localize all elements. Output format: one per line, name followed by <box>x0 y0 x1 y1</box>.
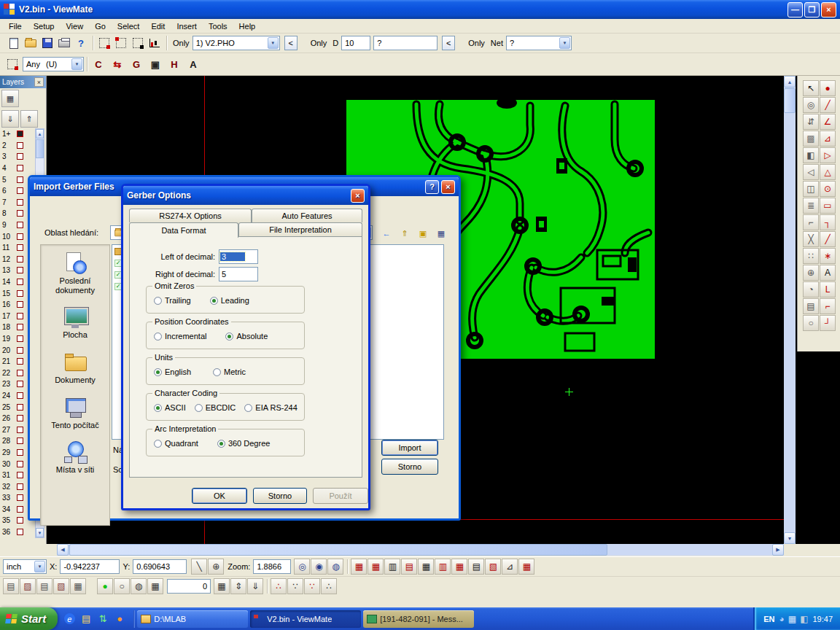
canvas-viewport[interactable]: Layers × ▦ ⇓ ⇑ 1+23456789101112131415161… <box>0 76 840 544</box>
layer-row-4[interactable]: 4 <box>0 163 35 174</box>
tool-target-button[interactable]: ⊕ <box>803 265 819 281</box>
canvas-hscrollbar[interactable]: ◀ ▶ <box>57 544 784 556</box>
layer-file-combo[interactable]: 1) V2.PHO <box>192 36 280 50</box>
radio-option-leading[interactable]: Leading <box>210 296 249 305</box>
apply-button[interactable]: Použít <box>313 488 368 504</box>
vscroll-thumb[interactable] <box>784 88 796 113</box>
layer-color-swatch[interactable] <box>17 267 23 273</box>
layer-color-swatch[interactable] <box>17 483 23 490</box>
tool-half-split-button[interactable]: ◫ <box>803 181 819 197</box>
tool-circle-o-button[interactable]: ○ <box>803 315 819 331</box>
place-posledn-dokumenty[interactable]: Poslední dokumenty <box>42 252 108 295</box>
radio-option-ascii[interactable]: ASCII <box>154 403 186 412</box>
layer-row-1[interactable]: 1+ <box>0 128 35 140</box>
layer-color-swatch[interactable] <box>17 438 23 444</box>
sync-quicklaunch[interactable]: ⇅ <box>96 611 110 627</box>
new-folder-button[interactable]: ▣ <box>415 225 431 241</box>
grid-red-2-button[interactable]: ▦ <box>368 559 384 575</box>
tool-corner-neg-button[interactable]: ⌐ <box>803 214 819 230</box>
radio-absolute-control[interactable] <box>225 332 233 341</box>
toolbar2-swap-button[interactable]: ⇆ <box>109 56 125 72</box>
layer-row-36[interactable]: 36 <box>0 526 35 538</box>
layer-color-swatch[interactable] <box>17 370 23 376</box>
radio-360-degree-control[interactable] <box>217 440 225 448</box>
place-tento-po-ta[interactable]: Tento počítač <box>42 397 108 430</box>
tool-corner-bl-button[interactable]: ⌐ <box>820 298 836 314</box>
circle-empty-button[interactable]: ○ <box>114 578 130 594</box>
menu-item-go[interactable]: Go <box>89 20 112 32</box>
dots-red-2-button[interactable]: ∵ <box>304 578 320 594</box>
grid-red-3-button[interactable]: ▤ <box>401 559 417 575</box>
grid-sheet-button[interactable]: ▦ <box>70 578 86 594</box>
dots-dark-2-button[interactable]: ∴ <box>321 578 337 594</box>
place-dokumenty[interactable]: Dokumenty <box>42 351 108 385</box>
dots-red-1-button[interactable]: ∴ <box>271 578 287 594</box>
menu-item-setup[interactable]: Setup <box>28 20 61 32</box>
units-combo[interactable]: inch <box>3 559 47 574</box>
zoom-fit-button[interactable]: ◍ <box>327 559 343 575</box>
layer-color-swatch[interactable] <box>17 176 23 183</box>
taskbar-window-d-mlab[interactable]: D:\MLAB <box>137 610 248 628</box>
menu-item-select[interactable]: Select <box>112 20 146 32</box>
canvas-vscrollbar[interactable]: ▲ ▼ <box>784 76 796 544</box>
menu-item-tools[interactable]: Tools <box>203 20 233 32</box>
zoom-select-button[interactable]: ◎ <box>294 559 310 575</box>
tool-tri-left-button[interactable]: ◁ <box>803 164 819 180</box>
radio-eia-rs-244-control[interactable] <box>244 404 252 412</box>
undo-tray-icon[interactable]: ◕ <box>779 614 785 624</box>
radio-option-trailing[interactable]: Trailing <box>154 296 191 305</box>
keyboard-tray-icon[interactable]: ▦ <box>788 614 796 624</box>
layers-panel-header[interactable]: Layers × <box>0 76 46 88</box>
layer-color-swatch[interactable] <box>17 199 23 206</box>
scroll-left-icon[interactable]: ◀ <box>57 544 69 556</box>
layer-color-swatch[interactable] <box>17 392 23 399</box>
plain-sheet-button[interactable]: ▤ <box>36 578 52 594</box>
layer-color-swatch[interactable] <box>17 427 23 433</box>
layer-row-3[interactable]: 3 <box>0 151 35 163</box>
status-led-button[interactable]: ● <box>97 578 113 594</box>
scroll-up-icon[interactable]: ▲ <box>784 76 796 88</box>
layer-color-swatch[interactable] <box>17 472 23 478</box>
layer-color-swatch[interactable] <box>17 449 23 456</box>
gerber-close-button[interactable]: × <box>351 189 365 203</box>
layer-color-swatch[interactable] <box>17 461 23 467</box>
tool-lines-h-button[interactable]: ≣ <box>803 198 819 214</box>
layer-color-swatch[interactable] <box>17 233 23 240</box>
tool-star-button[interactable]: ∗ <box>820 248 836 264</box>
toolbar2-aperture-a-button[interactable]: A <box>185 56 201 72</box>
tool-line-diag-button[interactable]: ╱ <box>820 97 836 113</box>
tool-text-a-button[interactable]: A <box>820 265 836 281</box>
radio-option-ebcdic[interactable]: EBCDIC <box>195 403 236 412</box>
back-nav-button[interactable]: ← <box>378 225 394 241</box>
measure-chart-button[interactable] <box>147 35 163 51</box>
tool-move-vert-button[interactable]: ⇵ <box>803 114 819 130</box>
tab-auto-features[interactable]: Auto Features <box>252 209 362 222</box>
toolbar2-pad-square-button[interactable]: ▣ <box>147 56 163 72</box>
circle-shaded-button[interactable]: ◍ <box>131 578 147 594</box>
radio-option-quadrant[interactable]: Quadrant <box>154 439 198 448</box>
tool-corner-br-button[interactable]: ┘ <box>820 315 836 331</box>
browser-quicklaunch[interactable]: ● <box>112 611 127 627</box>
import-cancel-button[interactable]: Storno <box>381 459 438 475</box>
left-of-decimal-combo[interactable]: 3 <box>219 249 258 264</box>
toolbar2-g-code-button[interactable]: G <box>128 56 144 72</box>
count-field[interactable]: 0 <box>167 579 211 594</box>
gerber-dialog-titlebar[interactable]: Gerber Options × <box>123 186 368 205</box>
dots-dark-1-button[interactable]: ∵ <box>287 578 303 594</box>
measure-diag-button[interactable]: ╲ <box>191 559 207 575</box>
radio-option-eia-rs-244[interactable]: EIA RS-244 <box>244 403 297 412</box>
layer-color-swatch[interactable] <box>17 335 23 342</box>
grid-b-button[interactable]: ▦ <box>214 578 230 594</box>
tool-circle-dot-button[interactable]: ⊙ <box>820 181 836 197</box>
arrow-down-button[interactable]: ⇓ <box>247 578 263 594</box>
grid-small-button[interactable]: ▦ <box>147 578 163 594</box>
tool-letter-l-button[interactable]: L <box>820 281 836 298</box>
combo-arrow-icon[interactable] <box>34 561 45 572</box>
layers-scroll-thumb[interactable] <box>36 139 44 158</box>
close-button[interactable]: × <box>821 2 836 18</box>
grid-dark-1-button[interactable]: ▥ <box>384 559 400 575</box>
origin-target-button[interactable]: ⊕ <box>208 559 224 575</box>
import-button[interactable]: Import <box>381 440 438 456</box>
radio-quadrant-control[interactable] <box>154 440 162 448</box>
layer-color-swatch[interactable] <box>17 187 23 194</box>
